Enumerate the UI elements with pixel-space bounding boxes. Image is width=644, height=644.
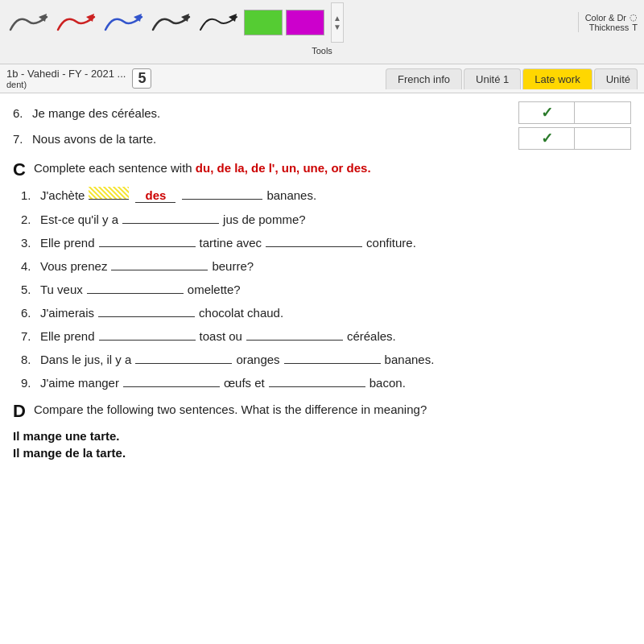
fill-row-9: 9. J'aime manger œufs et bacon. — [21, 374, 631, 390]
section-c-letter: C — [13, 159, 26, 180]
blank-8a[interactable] — [135, 351, 232, 364]
color-panel-bottom: Thickness T — [589, 23, 638, 32]
blank-2[interactable] — [122, 211, 219, 224]
section-c-desc: Complete each sentence with du, de la, d… — [34, 159, 371, 176]
fill-row-8: 8. Dans le jus, il y a oranges bananes. — [21, 351, 631, 366]
fill-row-6: 6. J'aimerais chocolat chaud. — [21, 304, 631, 320]
green-swatch[interactable] — [244, 10, 283, 35]
fill-row-3: 3. Elle prend tartine avec confiture. — [21, 234, 631, 250]
section-c-header: C Complete each sentence with du, de la,… — [13, 159, 631, 180]
tab-unite-1[interactable]: Unité 1 — [464, 68, 521, 89]
sentence-7-num: 7. — [13, 132, 32, 146]
sentence-6-row: 6. Je mange des céréales. ✓ — [13, 101, 631, 124]
purple-swatch[interactable] — [286, 10, 324, 35]
blank-3a[interactable] — [99, 234, 196, 247]
tab-french-info[interactable]: French info — [386, 68, 462, 89]
sentence-7-row: 7. Nous avons de la tarte. ✓ — [13, 127, 631, 150]
check-cell-6b — [575, 101, 631, 124]
blank-1b[interactable] — [182, 187, 262, 200]
blank-4[interactable] — [111, 258, 208, 270]
section-d-sentence-2: Il mange de la tarte. — [13, 446, 631, 460]
blank-7a[interactable] — [99, 328, 196, 341]
color-panel: Color & Dr ◌ Thickness T — [578, 12, 638, 32]
blank-5[interactable] — [87, 281, 184, 294]
blank-3b[interactable] — [266, 234, 362, 247]
main-content: 6. Je mange des céréales. ✓ 7. Nous avon… — [0, 93, 644, 642]
toolbar-top: ▲ ▼ Color & Dr ◌ Thickness T — [0, 0, 644, 44]
check-cell-7b — [575, 127, 631, 150]
scroll-indicator[interactable]: ▲ ▼ — [331, 2, 344, 43]
title-bar: 1b - Vahedi - FY - 2021 ... dent) 5 Fren… — [0, 64, 644, 93]
tab-unite[interactable]: Unité — [594, 68, 638, 89]
brush-strokes: ▲ ▼ — [6, 2, 573, 43]
section-d-desc: Compare the following two sentences. Wha… — [34, 401, 427, 418]
blank-1a[interactable] — [89, 187, 129, 200]
brush-stroke-5[interactable] — [196, 10, 241, 35]
brush-stroke-3[interactable] — [101, 10, 146, 35]
answer-1: des — [135, 188, 175, 203]
brush-stroke-1[interactable] — [6, 10, 51, 35]
tab-late-work[interactable]: Late work — [522, 68, 592, 89]
toolbar-area: ▲ ▼ Color & Dr ◌ Thickness T Tools — [0, 0, 644, 64]
section-d-header: D Compare the following two sentences. W… — [13, 401, 631, 422]
blank-9b[interactable] — [269, 374, 365, 387]
color-panel-top: Color & Dr ◌ — [585, 12, 638, 23]
thickness-label: Thickness — [589, 23, 630, 32]
dr-label: ◌ — [630, 12, 638, 23]
sentence-6-text: Je mange des céréales. — [32, 106, 160, 120]
fill-row-5: 5. Tu veux omelette? — [21, 281, 631, 296]
document-subtitle: dent) — [6, 80, 126, 89]
fill-row-7: 7. Elle prend toast ou céréales. — [21, 328, 631, 343]
tools-label: Tools — [0, 44, 644, 59]
section-c-keywords: du, de la, de l', un, une, or des. — [196, 161, 371, 175]
blank-7b[interactable] — [246, 328, 343, 341]
section-d-letter: D — [13, 401, 26, 422]
section-d-sentence-1: Il mange une tarte. — [13, 429, 631, 443]
blank-9a[interactable] — [123, 374, 220, 387]
t-label: T — [632, 23, 638, 32]
fill-row-4: 4. Vous prenez beurre? — [21, 258, 631, 273]
check-cell-7a: ✓ — [518, 127, 575, 150]
sentence-7-text: Nous avons de la tarte. — [32, 132, 156, 146]
scroll-down-icon: ▼ — [333, 23, 341, 31]
top-sentences: 6. Je mange des céréales. ✓ 7. Nous avon… — [13, 101, 631, 150]
fill-row-1: 1. J'achète des bananes. — [21, 187, 631, 203]
brush-stroke-2[interactable] — [54, 10, 98, 35]
blank-8b[interactable] — [284, 351, 381, 364]
fill-sentences: 1. J'achète des bananes. 2. Est-ce qu'il… — [21, 187, 631, 390]
page-badge: 5 — [132, 68, 151, 89]
color-label: Color & Dr — [585, 13, 626, 23]
blank-6[interactable] — [98, 304, 195, 317]
document-title: 1b - Vahedi - FY - 2021 ... — [6, 68, 126, 80]
check-cell-6a: ✓ — [518, 101, 575, 124]
fill-row-2: 2. Est-ce qu'il y a jus de pomme? — [21, 211, 631, 226]
tabs-bar: French info Unité 1 Late work Unité — [386, 68, 638, 89]
brush-stroke-4[interactable] — [149, 10, 193, 35]
sentence-6-num: 6. — [13, 106, 32, 120]
scroll-up-icon: ▲ — [333, 14, 341, 23]
